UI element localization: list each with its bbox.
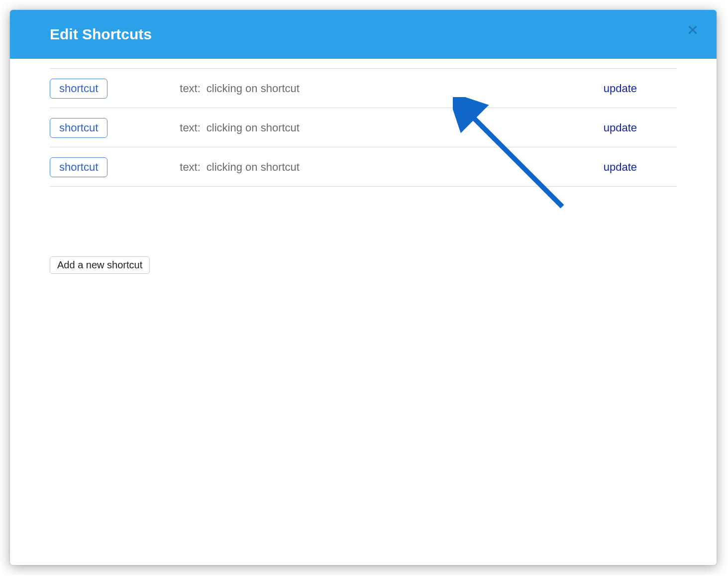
text-value: clicking on shortcut: [207, 82, 300, 95]
close-icon: [687, 24, 698, 35]
modal-header: Edit Shortcuts: [10, 10, 717, 59]
update-link[interactable]: update: [604, 161, 637, 174]
text-value: clicking on shortcut: [207, 121, 300, 134]
update-link[interactable]: update: [604, 82, 637, 95]
text-label: text:: [180, 121, 201, 134]
add-shortcut-button[interactable]: Add a new shortcut: [50, 256, 150, 274]
modal-body: shortcut text: clicking on shortcut upda…: [10, 68, 717, 294]
shortcut-row: shortcut text: clicking on shortcut upda…: [50, 108, 677, 147]
shortcut-text: text: clicking on shortcut: [180, 161, 603, 174]
update-link[interactable]: update: [604, 121, 637, 134]
shortcut-button[interactable]: shortcut: [50, 157, 107, 177]
shortcuts-list: shortcut text: clicking on shortcut upda…: [50, 68, 677, 187]
shortcut-row: shortcut text: clicking on shortcut upda…: [50, 147, 677, 187]
shortcut-row: shortcut text: clicking on shortcut upda…: [50, 68, 677, 108]
text-value: clicking on shortcut: [207, 161, 300, 174]
text-label: text:: [180, 82, 201, 95]
shortcut-text: text: clicking on shortcut: [180, 121, 603, 134]
text-label: text:: [180, 161, 201, 174]
close-button[interactable]: [685, 22, 701, 38]
shortcut-button[interactable]: shortcut: [50, 118, 107, 138]
edit-shortcuts-modal: Edit Shortcuts shortcut text: clicking o…: [10, 10, 717, 565]
shortcut-text: text: clicking on shortcut: [180, 82, 603, 95]
modal-title: Edit Shortcuts: [50, 26, 677, 43]
shortcut-button[interactable]: shortcut: [50, 79, 107, 99]
